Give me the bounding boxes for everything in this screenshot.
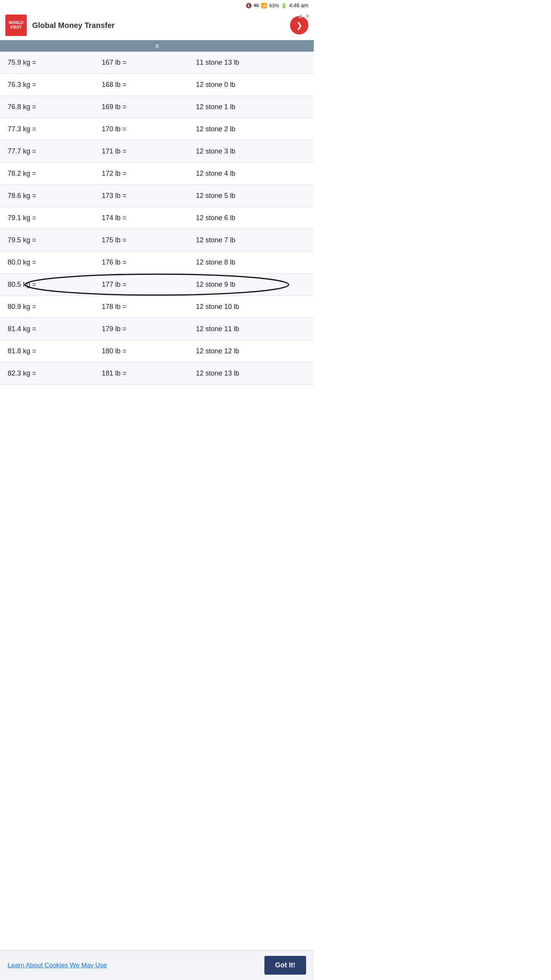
kg-cell: 81.8 kg = [0,340,94,363]
stone-cell: 12 stone 3 lb [188,140,314,163]
stone-cell: 12 stone 0 lb [188,74,314,96]
table-row: 80.9 kg =178 lb =12 stone 10 lb [0,296,314,318]
stone-cell: 12 stone 13 lb [188,363,314,385]
status-icons: 🔇 4G 📶 63% 🔋 4:46 am [246,2,308,8]
stone-cell: 12 stone 2 lb [188,118,314,140]
chevron-up-icon: ∧ [155,42,160,50]
status-bar: 🔇 4G 📶 63% 🔋 4:46 am [0,0,314,11]
stone-cell: 12 stone 8 lb [188,252,314,274]
table-row: 81.4 kg =179 lb =12 stone 11 lb [0,318,314,340]
stone-cell: 12 stone 1 lb [188,96,314,118]
table-row: 76.3 kg =168 lb =12 stone 0 lb [0,74,314,96]
ad-banner[interactable]: ✕ WORLD FIRST Global Money Transfer ❯ [0,11,314,40]
time-display: 4:46 am [289,2,308,8]
lb-cell: 181 lb = [94,363,188,385]
lb-cell: 179 lb = [94,318,188,340]
kg-cell: 81.4 kg = [0,318,94,340]
stone-cell: 12 stone 6 lb [188,207,314,229]
table-row: 79.5 kg =175 lb =12 stone 7 lb [0,229,314,252]
stone-cell: 12 stone 5 lb [188,185,314,207]
kg-cell: 79.1 kg = [0,207,94,229]
kg-cell: 80.9 kg = [0,296,94,318]
kg-cell: 77.3 kg = [0,118,94,140]
kg-cell: 76.8 kg = [0,96,94,118]
table-row: 75.9 kg =167 lb =11 stone 13 lb [0,52,314,74]
table-row: 80.5 kg =177 lb =12 stone 9 lb [0,274,314,296]
table-row: 77.3 kg =170 lb =12 stone 2 lb [0,118,314,140]
lb-cell: 178 lb = [94,296,188,318]
lb-cell: 177 lb = [94,274,188,296]
kg-cell: 80.5 kg = [0,274,94,296]
lb-cell: 170 lb = [94,118,188,140]
ad-close-button[interactable]: ✕ [305,13,310,19]
table-row: 76.8 kg =169 lb =12 stone 1 lb [0,96,314,118]
stone-cell: 12 stone 12 lb [188,340,314,363]
table-row: 77.7 kg =171 lb =12 stone 3 lb [0,140,314,163]
lb-cell: 169 lb = [94,96,188,118]
kg-cell: 78.6 kg = [0,185,94,207]
table-row: 82.3 kg =181 lb =12 stone 13 lb [0,363,314,385]
table-row: 78.6 kg =173 lb =12 stone 5 lb [0,185,314,207]
ad-indicator-icon [298,14,303,18]
ad-logo: WORLD FIRST [5,15,27,36]
kg-cell: 82.3 kg = [0,363,94,385]
lb-cell: 174 lb = [94,207,188,229]
kg-cell: 79.5 kg = [0,229,94,252]
lb-cell: 168 lb = [94,74,188,96]
mute-icon: 🔇 [246,3,252,8]
kg-cell: 76.3 kg = [0,74,94,96]
table-row: 78.2 kg =172 lb =12 stone 4 lb [0,163,314,185]
table-row: 81.8 kg =180 lb =12 stone 12 lb [0,340,314,363]
battery-label: 63% [269,3,279,8]
lb-cell: 171 lb = [94,140,188,163]
stone-cell: 12 stone 4 lb [188,163,314,185]
stone-cell: 12 stone 9 lb [188,274,314,296]
kg-cell: 77.7 kg = [0,140,94,163]
stone-cell: 12 stone 7 lb [188,229,314,252]
lb-cell: 180 lb = [94,340,188,363]
stone-cell: 11 stone 13 lb [188,52,314,74]
table-row: 80.0 kg =176 lb =12 stone 8 lb [0,252,314,274]
stone-cell: 12 stone 10 lb [188,296,314,318]
ad-title: Global Money Transfer [32,21,290,30]
scroll-up-button[interactable]: ∧ [0,40,314,52]
lb-cell: 175 lb = [94,229,188,252]
kg-cell: 80.0 kg = [0,252,94,274]
ad-controls: ✕ [298,13,310,19]
battery-icon: 🔋 [281,3,287,8]
kg-cell: 78.2 kg = [0,163,94,185]
lb-cell: 176 lb = [94,252,188,274]
lb-cell: 172 lb = [94,163,188,185]
conversion-table: 75.9 kg =167 lb =11 stone 13 lb76.3 kg =… [0,52,314,385]
signal-bars-icon: 📶 [261,3,267,8]
table-row: 79.1 kg =174 lb =12 stone 6 lb [0,207,314,229]
lb-cell: 173 lb = [94,185,188,207]
network-icon: 4G [254,3,259,8]
stone-cell: 12 stone 11 lb [188,318,314,340]
lb-cell: 167 lb = [94,52,188,74]
kg-cell: 75.9 kg = [0,52,94,74]
